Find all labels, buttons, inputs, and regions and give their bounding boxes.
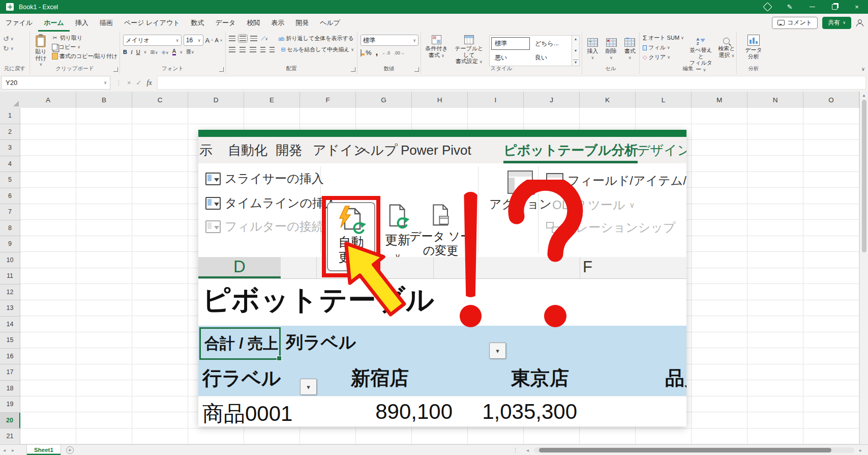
column-header-C[interactable]: C (132, 92, 188, 108)
name-box[interactable]: Y20 ∨ (1, 76, 110, 90)
increase-font-button[interactable]: A^ (205, 37, 213, 44)
font-dialog-launcher[interactable] (219, 67, 224, 72)
insert-timeline-button[interactable]: タイムラインの挿入 (205, 195, 337, 211)
sheet-nav-left-icon[interactable]: ◂ (0, 447, 9, 453)
overlay-tab-help[interactable]: ヘルプ (357, 137, 398, 163)
number-format-select[interactable]: 標準 ∨ (361, 35, 418, 46)
number-dialog-launcher[interactable] (414, 67, 419, 72)
styles-scroll-down-icon[interactable]: ▾ (575, 48, 577, 53)
tab-formulas[interactable]: 数式 (186, 14, 210, 32)
overlay-column-header-d[interactable]: D (198, 257, 281, 278)
increase-decimal-button[interactable]: ←.0 (382, 50, 390, 55)
data-analysis-button[interactable]: データ分析 (737, 32, 770, 60)
borders-button[interactable]: ⊞∨ (150, 49, 158, 55)
column-header-L[interactable]: L (636, 92, 692, 108)
styles-more-icon[interactable]: ▾ (573, 60, 578, 65)
row-header-18[interactable]: 18 (0, 381, 20, 397)
phonetic-button[interactable]: 亜∨ (186, 48, 194, 55)
column-label-filter-button[interactable]: ▾ (489, 343, 506, 359)
row-header-16[interactable]: 16 (0, 349, 20, 365)
row-header-10[interactable]: 10 (0, 252, 20, 269)
row-header-5[interactable]: 5 (0, 172, 20, 188)
vertical-scrollbar[interactable]: ▴ (859, 92, 868, 445)
decrease-indent-icon[interactable] (260, 47, 265, 52)
row-header-6[interactable]: 6 (0, 188, 20, 205)
insert-cells-button[interactable]: ← 挿入∨ (584, 35, 601, 60)
row-header-21[interactable]: 21 (0, 429, 20, 445)
row-header-8[interactable]: 8 (0, 220, 20, 237)
redo-button[interactable]: ↻∨ (3, 44, 26, 52)
tab-page-layout[interactable]: ページ レイアウト (118, 14, 186, 32)
row-header-20[interactable]: 20 (0, 413, 20, 429)
format-painter-button[interactable]: 書式のコピー/貼り付け (52, 52, 117, 60)
confirm-entry-icon[interactable]: ✓ (136, 79, 142, 87)
style-neutral[interactable]: どちら... (531, 37, 570, 50)
vertical-scroll-thumb[interactable] (862, 100, 866, 252)
restore-button[interactable] (823, 0, 846, 14)
row-label-filter-button[interactable]: ▾ (300, 379, 317, 395)
select-all-corner[interactable] (0, 92, 21, 108)
insert-function-icon[interactable]: fx (147, 79, 152, 87)
clear-button[interactable]: ◇クリア∨ (643, 53, 684, 61)
overlay-tab-power-pivot[interactable]: Power Pivot (401, 137, 471, 163)
tab-insert[interactable]: 挿入 (70, 14, 94, 32)
overlay-tab-design[interactable]: デザイン (637, 137, 686, 163)
column-header-K[interactable]: K (580, 92, 636, 108)
wrap-text-button[interactable]: ab 折り返して全体を表示する (278, 35, 354, 42)
horizontal-scroll-thumb[interactable] (539, 448, 831, 452)
fill-button[interactable]: ↓フィル∨ (643, 44, 684, 51)
column-header-H[interactable]: H (412, 92, 468, 108)
row-header-9[interactable]: 9 (0, 236, 20, 252)
row-header-11[interactable]: 11 (0, 268, 20, 285)
change-data-source-button[interactable]: データ ソーの変更 (414, 202, 467, 258)
overlay-tab-automate[interactable]: 自動化 (228, 137, 267, 163)
add-sheet-button[interactable]: + (66, 446, 74, 454)
tab-developer[interactable]: 開発 (290, 14, 314, 32)
column-header-J[interactable]: J (524, 92, 580, 108)
row-header-17[interactable]: 17 (0, 364, 20, 381)
decrease-font-button[interactable]: A˅ (215, 37, 222, 43)
column-header-O[interactable]: O (803, 92, 859, 108)
style-normal[interactable]: 標準 (491, 37, 530, 50)
sheet-nav-right-icon[interactable]: ▸ (9, 447, 17, 453)
filter-connections-button[interactable]: フィルターの接続 (205, 218, 324, 235)
cut-button[interactable]: ✂切り取り (52, 34, 117, 42)
autosum-button[interactable]: Σオート SUM∨ (643, 34, 684, 42)
tab-draw[interactable]: 描画 (94, 14, 118, 32)
row-header-19[interactable]: 19 (0, 396, 20, 413)
row-header-12[interactable]: 12 (0, 285, 20, 301)
minimize-button[interactable] (801, 0, 823, 14)
column-header-B[interactable]: B (76, 92, 132, 108)
column-header-N[interactable]: N (747, 92, 803, 108)
clipboard-dialog-launcher[interactable] (113, 67, 118, 72)
decrease-decimal-button[interactable]: .00→ (394, 50, 404, 55)
overlay-tab-developer[interactable]: 開発 (276, 137, 302, 163)
horizontal-scrollbar[interactable] (534, 447, 854, 453)
align-bottom-icon[interactable] (250, 36, 257, 41)
align-middle-icon[interactable] (240, 36, 246, 41)
format-cells-button[interactable]: ▔ 書式∨ (621, 35, 638, 60)
share-button[interactable]: 共有 ∨ (822, 17, 851, 29)
row-header-7[interactable]: 7 (0, 204, 20, 220)
column-header-A[interactable]: A (20, 92, 76, 108)
currency-format-button[interactable] (361, 50, 362, 56)
column-header-E[interactable]: E (244, 92, 300, 108)
align-right-icon[interactable] (250, 47, 256, 52)
style-good[interactable]: 良い (531, 51, 570, 64)
name-box-chevron-icon[interactable]: ∨ (104, 80, 107, 85)
increase-indent-icon[interactable] (270, 47, 275, 52)
tab-data[interactable]: データ (210, 14, 242, 32)
hscroll-right-icon[interactable]: ▸ (856, 447, 865, 453)
row-header-13[interactable]: 13 (0, 300, 20, 317)
row-header-15[interactable]: 15 (0, 332, 20, 349)
insert-slicer-button[interactable]: スライサーの挿入 (205, 170, 324, 187)
close-button[interactable]: × (846, 0, 868, 14)
conditional-formatting-button[interactable]: 条件付き書式 ∨ (424, 34, 449, 58)
tab-help[interactable]: ヘルプ (314, 14, 346, 32)
collapse-ribbon-icon[interactable]: ∨ (861, 66, 865, 72)
underline-button[interactable]: U (136, 49, 140, 55)
comments-button[interactable]: コメント (772, 17, 818, 29)
overlay-tab-pivottable-analyze[interactable]: ピボットテーブル分析 (503, 137, 638, 163)
delete-cells-button[interactable]: × 削除∨ (603, 35, 620, 60)
merge-center-button[interactable]: ⊟ セルを結合して中央揃え ∨ (281, 46, 354, 53)
